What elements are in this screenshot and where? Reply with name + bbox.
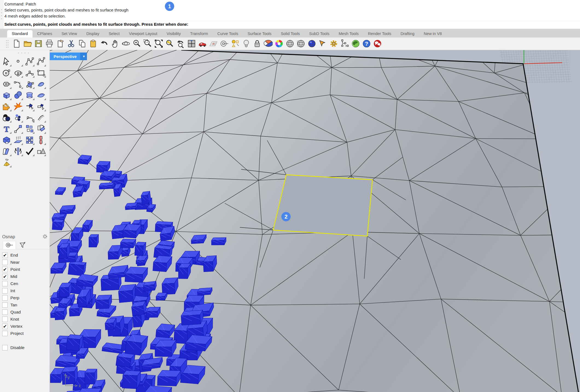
four-viewports-icon[interactable] [186, 38, 197, 49]
boolean-circles-icon[interactable] [1, 112, 12, 123]
zoom-window-icon[interactable] [142, 38, 153, 49]
osnap-tab[interactable] [3, 241, 16, 249]
checkbox[interactable] [2, 288, 8, 294]
toolbar-tab-viewport-layout[interactable]: Viewport Layout [124, 30, 162, 37]
analyze-surface-pie-icon[interactable] [263, 38, 273, 49]
rendermesh-settings-icon[interactable] [295, 38, 306, 49]
pan-hand-icon[interactable] [109, 38, 120, 49]
toolbar-tab-surface-tools[interactable]: Surface Tools [243, 30, 276, 37]
toolbar-tab-select[interactable]: Select [104, 30, 124, 37]
edit-document-hand-icon[interactable] [55, 38, 66, 49]
new-file-icon[interactable] [11, 38, 22, 49]
viewport-tab-perspective[interactable]: Perspective ▼ [50, 53, 87, 60]
toolbar-tab-standard[interactable]: Standard [7, 30, 33, 37]
point-edit-pyramid-icon[interactable] [1, 157, 12, 168]
circle-center-radius-icon[interactable] [1, 67, 12, 78]
checkbox[interactable] [2, 316, 8, 322]
shaded-viewport-icon[interactable] [284, 38, 295, 49]
pipe-curves-icon[interactable] [36, 112, 46, 123]
duplicate-squares-icon[interactable] [24, 123, 35, 134]
toolbar-tab-cplanes[interactable]: CPlanes [33, 30, 57, 37]
undo-view-change-icon[interactable] [175, 38, 186, 49]
highlight-quad[interactable] [273, 175, 372, 236]
zoom-dynamic-icon[interactable] [131, 38, 142, 49]
cut-icon[interactable] [66, 38, 77, 49]
split-plane-icon[interactable] [13, 146, 24, 157]
surface-from-points-icon[interactable] [24, 79, 35, 89]
filter-tab[interactable] [16, 241, 29, 249]
toolbar-tab-curve-tools[interactable]: Curve Tools [213, 30, 243, 37]
sphere-pair-icon[interactable] [13, 90, 24, 101]
toolbar-tab-subd-tools[interactable]: SubD Tools [305, 30, 334, 37]
point-cloud-icon[interactable] [13, 112, 24, 123]
osnap-checkbox-tan[interactable]: Tan [2, 301, 50, 309]
solid-primitives-icon[interactable] [36, 146, 46, 157]
toolbar-tab-display[interactable]: Display [82, 30, 104, 37]
blend-handle-curve-icon[interactable] [24, 112, 35, 123]
help-icon[interactable]: ? [361, 38, 372, 49]
paste-icon[interactable] [88, 38, 98, 49]
checkbox[interactable] [2, 345, 8, 350]
box-icon[interactable] [1, 90, 12, 101]
osnap-checkbox-perp[interactable]: Perp [2, 294, 50, 301]
single-point-icon[interactable] [13, 56, 24, 67]
sidebar-grip[interactable] [0, 52, 50, 54]
checkbox[interactable] [2, 281, 8, 286]
surface-sweep-icon[interactable] [36, 90, 46, 101]
checkbox-checked[interactable]: ✔ [2, 267, 8, 272]
toolbar-tab-drafting[interactable]: Drafting [396, 30, 419, 37]
osnap-checkbox-cen[interactable]: Cen [2, 280, 50, 287]
toolbar-tab-set-view[interactable]: Set View [57, 30, 82, 37]
checkbox-checked[interactable]: ✔ [2, 324, 8, 329]
perspective-viewport[interactable]: z y x Perspective ▼ [50, 50, 580, 392]
toolbar-grip[interactable] [6, 39, 9, 48]
text-tool-icon[interactable]: T [1, 123, 12, 134]
check-selection-icon[interactable] [24, 146, 35, 157]
zoom-selected-icon[interactable] [164, 38, 175, 49]
cplane-origin-icon[interactable] [219, 38, 230, 49]
polyline-icon[interactable] [36, 56, 46, 67]
toolbar-tab-visibility[interactable]: Visibility [162, 30, 185, 37]
save-file-icon[interactable] [33, 38, 44, 49]
osnap-checkbox-point[interactable]: ✔Point [2, 266, 50, 273]
osnap-checkbox-end[interactable]: ✔End [2, 252, 50, 259]
checkbox[interactable] [2, 302, 8, 308]
checkbox[interactable] [2, 331, 8, 336]
print-icon[interactable] [44, 38, 55, 49]
extrude-straight-icon[interactable] [13, 135, 24, 146]
named-view-car-icon[interactable] [197, 38, 208, 49]
orient-widget-icon[interactable] [36, 101, 46, 112]
toolbar-tab-render-tools[interactable]: Render Tools [363, 30, 396, 37]
scale-arrow-icon[interactable] [13, 123, 24, 134]
checkbox-checked[interactable]: ✔ [2, 274, 8, 279]
osnap-checkbox-quad[interactable]: Quad [2, 309, 50, 316]
ellipse-icon[interactable] [13, 67, 24, 78]
document-properties-icon[interactable] [339, 38, 350, 49]
toolbar-tab-mesh-tools[interactable]: Mesh Tools [334, 30, 363, 37]
osnap-checkbox-disable[interactable]: Disable [2, 344, 50, 351]
chevron-down-icon[interactable]: ▼ [80, 53, 87, 60]
checkbox[interactable] [2, 260, 8, 265]
viewport-tab-label[interactable]: Perspective [50, 53, 80, 60]
osnap-checkbox-near[interactable]: Near [2, 259, 50, 266]
undo-icon[interactable] [98, 38, 109, 49]
cplane-set-icon[interactable] [208, 38, 219, 49]
osnap-checkbox-vertex[interactable]: ✔Vertex [2, 323, 50, 330]
osnap-checkbox-mid[interactable]: ✔Mid [2, 273, 50, 280]
trim-angle-icon[interactable] [24, 101, 35, 112]
rectangle-icon[interactable] [36, 67, 46, 78]
render-icon[interactable] [306, 38, 317, 49]
selection-filter-icon[interactable] [230, 38, 241, 49]
toolbar-tab-solid-tools[interactable]: Solid Tools [276, 30, 305, 37]
gear-icon[interactable] [42, 234, 48, 240]
command-panel-grip[interactable] [0, 0, 3, 29]
polygon-icon[interactable] [1, 79, 12, 89]
checkbox[interactable] [2, 309, 8, 315]
select-cursor-icon[interactable] [1, 56, 12, 67]
osnap-checkbox-int[interactable]: Int [2, 287, 50, 294]
surface-revolve-icon[interactable] [24, 90, 35, 101]
command-prompt[interactable]: Select curves, points, point clouds and … [4, 22, 188, 27]
solid-box-notch-icon[interactable] [1, 135, 12, 146]
checkbox[interactable] [2, 295, 8, 301]
command-area[interactable]: Command: PatchSelect curves, points, poi… [0, 0, 580, 29]
